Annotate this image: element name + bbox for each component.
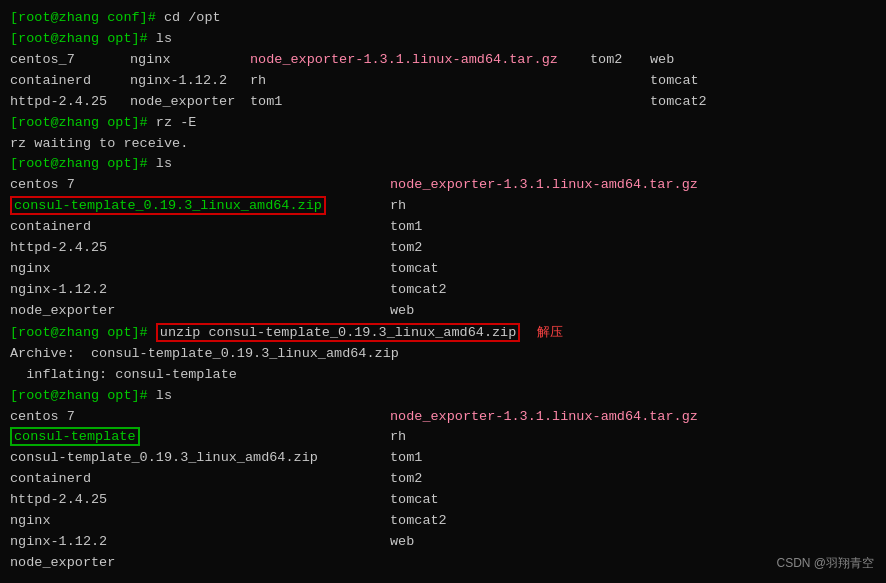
- line-ls2: [root@zhang opt]# ls: [10, 154, 876, 175]
- ls-col: containerd: [10, 71, 130, 92]
- ls3-row-6: nginxtomcat2: [10, 511, 876, 532]
- highlighted-file-2: consul-template: [10, 427, 140, 446]
- ls-col: rh: [390, 198, 406, 213]
- ls3-row-7: nginx-1.12.2web: [10, 532, 876, 553]
- ls-col: node_exporter: [10, 553, 390, 574]
- line-archive: Archive: consul-template_0.19.3_linux_am…: [10, 344, 876, 365]
- ls-col: tom2: [590, 50, 650, 71]
- line-rzwait: rz waiting to receive.: [10, 134, 876, 155]
- cmd-ls2: ls: [156, 156, 172, 171]
- ls-col: consul-template_0.19.3_linux_amd64.zip: [10, 448, 390, 469]
- ls-col: nginx: [10, 511, 390, 532]
- prompt-rz: [root@zhang opt]#: [10, 115, 156, 130]
- highlighted-file-1: consul-template_0.19.3_linux_amd64.zip: [10, 196, 326, 215]
- ls-col: rh: [250, 71, 590, 92]
- ls2-row-1: centos 7node_exporter-1.3.1.linux-amd64.…: [10, 175, 876, 196]
- ls-col: tom2: [390, 240, 422, 255]
- ls-col: node_exporter: [130, 92, 250, 113]
- ls-col: tomcat: [390, 492, 439, 507]
- ls-col: httpd-2.4.25: [10, 490, 390, 511]
- ls-col: nginx-1.12.2: [130, 71, 250, 92]
- ls-col: rh: [390, 429, 406, 444]
- ls2-row-2: consul-template_0.19.3_linux_amd64.ziprh: [10, 196, 876, 217]
- ls-col: centos 7: [10, 175, 390, 196]
- line-2: [root@zhang opt]# ls: [10, 29, 876, 50]
- ls-col: tomcat2: [650, 94, 707, 109]
- ls-row-2: containerdnginx-1.12.2rhtomcat: [10, 71, 876, 92]
- ls2-row-3: containerdtom1: [10, 217, 876, 238]
- ls-col: tom1: [390, 450, 422, 465]
- ls-col: nginx-1.12.2: [10, 280, 390, 301]
- prompt-ls2: [root@zhang opt]#: [10, 156, 156, 171]
- line-rz: [root@zhang opt]# rz -E: [10, 113, 876, 134]
- ls-col: consul-template_0.19.3_linux_amd64.zip: [10, 196, 390, 217]
- prompt-1: [root@zhang conf]#: [10, 10, 164, 25]
- ls3-row-2: consul-templaterh: [10, 427, 876, 448]
- ls-col: node_exporter-1.3.1.linux-amd64.tar.gz: [390, 177, 698, 192]
- ls-col: node_exporter-1.3.1.linux-amd64.tar.gz: [390, 409, 698, 424]
- ls3-row-3: consul-template_0.19.3_linux_amd64.zipto…: [10, 448, 876, 469]
- ls-col: tomcat2: [390, 513, 447, 528]
- ls-col: consul-template: [10, 427, 390, 448]
- ls-col: httpd-2.4.25: [10, 238, 390, 259]
- ls-row-1: centos_7nginxnode_exporter-1.3.1.linux-a…: [10, 50, 876, 71]
- line-inflating: inflating: consul-template: [10, 365, 876, 386]
- ls-col: node_exporter-1.3.1.linux-amd64.tar.gz: [250, 50, 590, 71]
- ls-col: nginx: [130, 50, 250, 71]
- terminal: [root@zhang conf]# cd /opt [root@zhang o…: [0, 0, 886, 583]
- ls3-row-4: containerdtom2: [10, 469, 876, 490]
- prompt-ls3: [root@zhang opt]#: [10, 388, 156, 403]
- ls-col: tomcat2: [390, 282, 447, 297]
- cmd-2: ls: [156, 31, 172, 46]
- highlighted-cmd-unzip: unzip consul-template_0.19.3_linux_amd64…: [156, 323, 520, 342]
- ls3-row-5: httpd-2.4.25tomcat: [10, 490, 876, 511]
- prompt-2: [root@zhang opt]#: [10, 31, 156, 46]
- ls-col: node_exporter: [10, 301, 390, 322]
- watermark: CSDN @羽翔青空: [776, 554, 874, 573]
- ls3-row-8: node_exporter: [10, 553, 876, 574]
- ls2-row-6: nginx-1.12.2tomcat2: [10, 280, 876, 301]
- ls-col: web: [390, 534, 414, 549]
- cmd-1: cd /opt: [164, 10, 221, 25]
- ls-row-3: httpd-2.4.25node_exportertom1tomcat2: [10, 92, 876, 113]
- ls-col: centos_7: [10, 50, 130, 71]
- line-ls3: [root@zhang opt]# ls: [10, 386, 876, 407]
- ls2-row-5: nginxtomcat: [10, 259, 876, 280]
- ls-col: nginx: [10, 259, 390, 280]
- ls-col: containerd: [10, 217, 390, 238]
- ls-col: httpd-2.4.25: [10, 92, 130, 113]
- ls2-row-4: httpd-2.4.25tom2: [10, 238, 876, 259]
- line-1: [root@zhang conf]# cd /opt: [10, 8, 876, 29]
- ls2-row-7: node_exporterweb: [10, 301, 876, 322]
- ls-col: containerd: [10, 469, 390, 490]
- ls-col: tom1: [390, 219, 422, 234]
- prompt-unzip: [root@zhang opt]#: [10, 325, 156, 340]
- ls-col: tomcat: [650, 73, 699, 88]
- ls-col: web: [650, 52, 674, 67]
- ls-col: tom2: [390, 471, 422, 486]
- cmd-ls3: ls: [156, 388, 172, 403]
- ls-col: web: [390, 303, 414, 318]
- cmd-rz: rz -E: [156, 115, 197, 130]
- line-unzip: [root@zhang opt]# unzip consul-template_…: [10, 322, 876, 344]
- ls3-row-1: centos 7node_exporter-1.3.1.linux-amd64.…: [10, 407, 876, 428]
- ls-col: centos 7: [10, 407, 390, 428]
- ls-col: nginx-1.12.2: [10, 532, 390, 553]
- ls-col: tomcat: [390, 261, 439, 276]
- jieya-label: 解压: [537, 324, 563, 339]
- ls-col: tom1: [250, 92, 590, 113]
